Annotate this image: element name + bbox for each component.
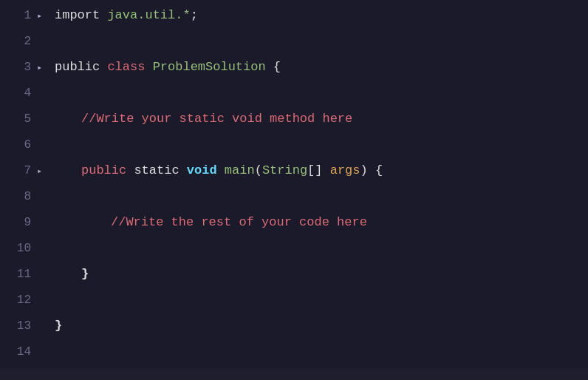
fold-arrow-8 (37, 185, 49, 210)
fold-arrow-9 (37, 211, 49, 236)
line-content-5: //Write your static void method here (52, 106, 352, 132)
code-line-11: 11 } (0, 262, 588, 288)
line-content-1: import java.util.*; (52, 3, 198, 28)
code-editor: 1 ▸ import java.util.*; 2 3 ▸ public cla… (0, 0, 588, 380)
line-content-7: public static void main(String[] args) { (52, 158, 383, 183)
line-number-5: 5 (0, 106, 37, 132)
code-line-14: 14 (0, 339, 588, 365)
line-number-1: 1 (0, 3, 37, 28)
code-lines: 1 ▸ import java.util.*; 2 3 ▸ public cla… (0, 0, 588, 368)
line-content-11: } (52, 262, 89, 287)
code-line-7: 7 ▸ public static void main(String[] arg… (0, 158, 588, 184)
line-number-4: 4 (0, 81, 37, 106)
line-number-13: 13 (0, 313, 37, 339)
line-number-3: 3 (0, 55, 37, 80)
fold-arrow-6 (37, 133, 49, 158)
line-number-11: 11 (0, 262, 37, 287)
line-number-12: 12 (0, 288, 37, 313)
line-number-9: 9 (0, 210, 37, 235)
code-line-9: 9 //Write the rest of your code here (0, 210, 588, 236)
code-line-2: 2 (0, 29, 588, 55)
fold-arrow-10 (37, 237, 49, 262)
code-line-5: 5 //Write your static void method here (0, 106, 588, 132)
fold-arrow-7[interactable]: ▸ (37, 159, 49, 184)
code-line-13: 13 } (0, 313, 588, 339)
fold-arrow-14 (37, 340, 49, 365)
code-line-10: 10 (0, 236, 588, 262)
fold-arrow-4 (37, 81, 49, 106)
line-number-8: 8 (0, 184, 37, 209)
fold-arrow-11 (37, 262, 49, 288)
fold-arrow-12 (37, 288, 49, 313)
fold-arrow-3[interactable]: ▸ (37, 55, 49, 81)
line-number-14: 14 (0, 339, 37, 364)
code-line-12: 12 (0, 288, 588, 313)
code-line-4: 4 (0, 81, 588, 106)
code-line-8: 8 (0, 184, 588, 210)
code-line-1: 1 ▸ import java.util.*; (0, 3, 588, 29)
fold-arrow-1[interactable]: ▸ (37, 4, 49, 29)
code-line-3: 3 ▸ public class ProblemSolution { (0, 55, 588, 81)
line-number-7: 7 (0, 158, 37, 183)
fold-arrow-2 (37, 30, 49, 55)
line-number-10: 10 (0, 236, 37, 261)
line-number-2: 2 (0, 29, 37, 54)
line-content-13: } (52, 313, 62, 339)
line-content-3: public class ProblemSolution { (52, 55, 281, 80)
line-number-6: 6 (0, 132, 37, 157)
fold-arrow-5 (37, 107, 49, 132)
line-content-9: //Write the rest of your code here (52, 210, 367, 235)
code-line-6: 6 (0, 132, 588, 158)
fold-arrow-13 (37, 314, 49, 339)
